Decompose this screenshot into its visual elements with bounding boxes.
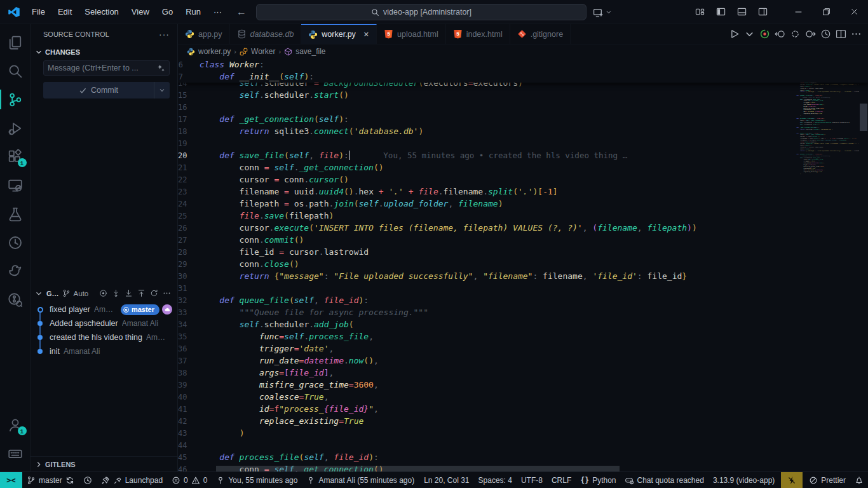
code-line-44[interactable]: 44 — [178, 439, 868, 451]
activity-codium[interactable] — [0, 257, 31, 285]
line-number[interactable]: 6 — [178, 60, 200, 69]
code-line-27[interactable]: 27 conn.commit() — [178, 234, 868, 246]
status-copilot-status[interactable]: Chat quota reached — [620, 472, 708, 488]
activity-remote-explorer[interactable] — [0, 171, 31, 200]
status-launchpad[interactable]: Launchpad — [97, 472, 167, 488]
split-editor-icon[interactable] — [836, 29, 846, 39]
status-format-warning[interactable] — [781, 472, 803, 488]
line-number[interactable]: 46 — [178, 465, 200, 472]
branch-badge[interactable]: master — [121, 304, 159, 315]
vertical-scrollbar[interactable] — [860, 104, 867, 131]
code-line-15[interactable]: 15 self.scheduler.start() — [178, 89, 868, 101]
line-number[interactable]: 34 — [178, 320, 200, 329]
code-line-41[interactable]: 41 id=f"process_{file_id}", — [178, 403, 868, 415]
line-number[interactable]: 33 — [178, 308, 200, 317]
close-button[interactable] — [840, 0, 868, 24]
line-number[interactable]: 17 — [178, 115, 200, 124]
code-line-29[interactable]: 29 conn.close() — [178, 258, 868, 270]
code-line-7[interactable]: 7 def __init__(self): — [178, 71, 868, 83]
code-line-6[interactable]: 6class Worker: — [178, 58, 868, 71]
commit-dropdown[interactable] — [154, 82, 170, 98]
line-number[interactable]: 42 — [178, 417, 200, 426]
code-line-19[interactable]: 19 — [178, 137, 868, 149]
code-line-22[interactable]: 22 cursor = conn.cursor() — [178, 173, 868, 186]
code-line-25[interactable]: 25 file.save(filepath) — [178, 210, 868, 222]
status-cursor-position[interactable]: Ln 20, Col 31 — [419, 472, 473, 488]
line-number[interactable]: 19 — [178, 139, 200, 148]
status-branch-status[interactable]: master — [22, 472, 79, 488]
toggle-panel-icon[interactable] — [737, 7, 747, 17]
code-line-36[interactable]: 36 trigger='date', — [178, 342, 868, 355]
line-number[interactable]: 16 — [178, 103, 200, 112]
sticky-scroll[interactable]: 6class Worker:7 def __init__(self): — [178, 58, 868, 83]
code-line-32[interactable]: 32 def queue_file(self, file_id): — [178, 294, 868, 306]
next-change-icon[interactable] — [805, 29, 816, 39]
line-number[interactable]: 44 — [178, 441, 200, 450]
tab-worker-py[interactable]: worker.py✕ — [301, 24, 377, 44]
status-blame-you[interactable]: You, 55 minutes ago — [212, 472, 302, 488]
change-circle-icon[interactable] — [790, 29, 801, 39]
tab-index-html[interactable]: 5index.html — [446, 24, 510, 44]
fetch-icon[interactable] — [112, 289, 120, 297]
changes-section-header[interactable]: CHANGES — [31, 44, 177, 59]
activity-source-control[interactable] — [0, 85, 31, 114]
line-number[interactable]: 36 — [178, 344, 200, 353]
activity-gitlens-inspect[interactable] — [0, 285, 31, 314]
code-line-40[interactable]: 40 coalesce=True, — [178, 391, 868, 403]
line-number[interactable]: 21 — [178, 163, 200, 172]
code-line-16[interactable]: 16 — [178, 101, 868, 113]
restore-button[interactable] — [812, 0, 840, 24]
line-number[interactable]: 27 — [178, 236, 200, 245]
code-line-21[interactable]: 21 conn = self._get_connection() — [178, 161, 868, 173]
line-number[interactable]: 23 — [178, 187, 200, 196]
line-number[interactable]: 26 — [178, 224, 200, 233]
chevron-down-small-icon[interactable] — [744, 29, 755, 39]
tab-database-db[interactable]: database.db — [230, 24, 302, 44]
activity-explorer[interactable] — [0, 28, 31, 57]
status-prettier[interactable]: Prettier — [804, 472, 850, 488]
line-number[interactable]: 18 — [178, 127, 200, 136]
code-line-28[interactable]: 28 file_id = cursor.lastrowid — [178, 246, 868, 258]
copilot-titlebar-button[interactable] — [593, 7, 612, 18]
line-number[interactable]: 41 — [178, 405, 200, 414]
line-number[interactable]: 15 — [178, 91, 200, 100]
status-notifications[interactable] — [850, 472, 868, 488]
activity-testing[interactable] — [0, 200, 31, 228]
tab-app-py[interactable]: app.py — [178, 24, 230, 44]
code-line-43[interactable]: 43 ) — [178, 427, 868, 439]
command-center-search[interactable]: video-app [Administrator] — [256, 4, 587, 20]
line-number[interactable]: 43 — [178, 429, 200, 438]
menu-view[interactable]: View — [126, 4, 155, 19]
status-gitlens-status[interactable] — [79, 472, 97, 488]
run-icon[interactable] — [729, 29, 740, 39]
commit-message-input[interactable]: Message (Ctrl+Enter to ... — [43, 60, 170, 76]
menu-[interactable]: ··· — [208, 4, 227, 19]
cloud-badge[interactable] — [162, 304, 172, 315]
line-number[interactable]: 38 — [178, 369, 200, 377]
toggle-secondary-sidebar-icon[interactable] — [758, 7, 768, 17]
activity-manage[interactable] — [0, 439, 31, 468]
code-line-35[interactable]: 35 func=self.process_file, — [178, 330, 868, 342]
line-number[interactable]: 20 — [178, 151, 200, 160]
menu-selection[interactable]: Selection — [79, 4, 124, 19]
line-number[interactable]: 30 — [178, 272, 200, 281]
status-problems[interactable]: 00 — [167, 472, 212, 488]
line-number[interactable]: 32 — [178, 296, 200, 305]
code-line-31[interactable]: 31 — [178, 282, 868, 294]
chevron-down-icon[interactable] — [34, 289, 43, 298]
line-number[interactable]: 24 — [178, 200, 200, 208]
activity-extensions[interactable]: 1 — [0, 142, 31, 171]
line-number[interactable]: 45 — [178, 453, 200, 462]
breadcrumb-item-workerpy[interactable]: worker.py — [187, 47, 231, 56]
code-line-37[interactable]: 37 run_date=datetime.now(), — [178, 355, 868, 367]
customize-layout-icon[interactable] — [695, 7, 705, 17]
prev-change-icon[interactable] — [775, 29, 785, 39]
more-dots-icon[interactable] — [851, 29, 862, 39]
line-number[interactable]: 28 — [178, 248, 200, 257]
code-editor[interactable]: 14 self.scheduler = BackgroundScheduler(… — [178, 58, 868, 471]
status-blame-author[interactable]: Amanat Ali (55 minutes ago) — [302, 472, 419, 488]
status-remote-indicator[interactable]: >< — [0, 472, 22, 488]
breadcrumb-item-save_file[interactable]: save_file — [284, 47, 325, 56]
activity-search[interactable] — [0, 57, 31, 85]
line-number[interactable]: 35 — [178, 332, 200, 341]
